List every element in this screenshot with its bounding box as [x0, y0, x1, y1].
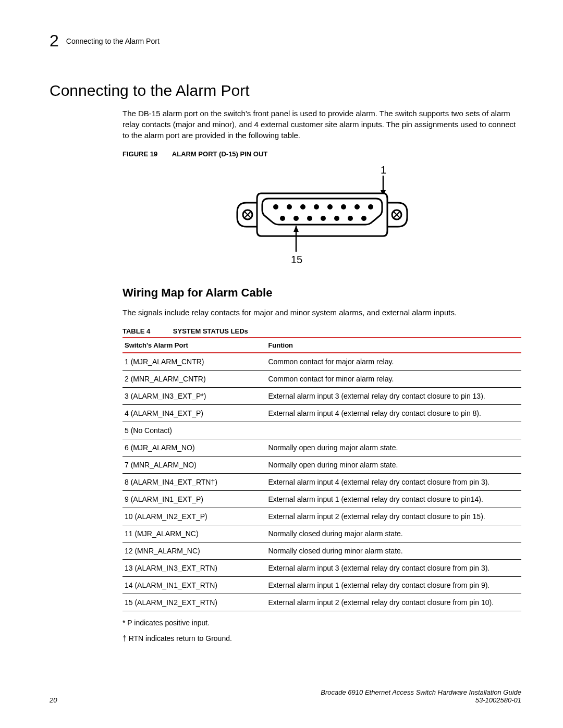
svg-point-6: [300, 204, 305, 209]
figure-db15: 1: [123, 164, 521, 268]
table-row: 9 (ALARM_IN1_EXT_P)External alarm input …: [123, 491, 521, 508]
figure-caption: FIGURE 19 ALARM PORT (D-15) PIN OUT: [123, 150, 521, 158]
figure-label: FIGURE 19: [123, 150, 157, 158]
figure-title: ALARM PORT (D-15) PIN OUT: [172, 150, 267, 158]
table-row: 11 (MJR_ALARM_NC)Normally closed during …: [123, 525, 521, 542]
table-row: 13 (ALARM_IN3_EXT_RTN)External alarm inp…: [123, 560, 521, 577]
page-number: 20: [50, 696, 57, 704]
cell-port: 6 (MJR_ALARM_NO): [123, 439, 266, 456]
cell-function: Normally closed during minor alarm state…: [266, 542, 521, 560]
table-row: 8 (ALARM_IN4_EXT_RTN†)External alarm inp…: [123, 474, 521, 491]
table-row: 3 (ALARM_IN3_EXT_P*)External alarm input…: [123, 388, 521, 405]
cell-function: External alarm input 1 (external relay d…: [266, 577, 521, 594]
svg-point-18: [361, 216, 366, 221]
doc-id: 53-1002580-01: [321, 696, 521, 704]
pin-table: Switch's Alarm Port Funtion 1 (MJR_ALARM…: [123, 337, 521, 611]
svg-point-10: [354, 204, 360, 209]
footnote-p: * P indicates positive input.: [123, 619, 521, 627]
cell-function: Common contact for minor alarm relay.: [266, 371, 521, 388]
svg-point-16: [334, 216, 339, 221]
col-header-port: Switch's Alarm Port: [123, 338, 266, 353]
page-header: 2 Connecting to the Alarm Port: [50, 31, 521, 51]
cell-function: Common contact for major alarm relay.: [266, 353, 521, 371]
table-row: 4 (ALARM_IN4_EXT_P)External alarm input …: [123, 405, 521, 422]
running-head: Connecting to the Alarm Port: [66, 37, 160, 45]
cell-function: External alarm input 1 (external relay d…: [266, 491, 521, 508]
svg-point-12: [280, 216, 285, 221]
svg-point-14: [307, 216, 312, 221]
table-row: 12 (MNR_ALARM_NC)Normally closed during …: [123, 542, 521, 560]
cell-port: 14 (ALARM_IN1_EXT_RTN): [123, 577, 266, 594]
cell-function: Normally open during major alarm state.: [266, 439, 521, 456]
cell-function: External alarm input 2 (external relay d…: [266, 508, 521, 525]
cell-port: 12 (MNR_ALARM_NC): [123, 542, 266, 560]
table-label: TABLE 4: [123, 327, 150, 335]
chapter-number: 2: [50, 31, 59, 51]
table-caption: TABLE 4 SYSTEM STATUS LEDs: [123, 327, 521, 335]
table-title: SYSTEM STATUS LEDs: [173, 327, 248, 335]
cell-function: External alarm input 3 (external relay d…: [266, 560, 521, 577]
subsection-title: Wiring Map for Alarm Cable: [123, 286, 521, 300]
doc-title: Brocade 6910 Ethernet Access Switch Hard…: [321, 688, 521, 696]
table-row: 7 (MNR_ALARM_NO)Normally open during min…: [123, 456, 521, 474]
col-header-function: Funtion: [266, 338, 521, 353]
cell-function: External alarm input 4 (external relay d…: [266, 405, 521, 422]
svg-point-5: [287, 204, 292, 209]
svg-point-7: [314, 204, 319, 209]
table-row: 2 (MNR_ALARM_CNTR)Common contact for min…: [123, 371, 521, 388]
table-row: 1 (MJR_ALARM_CNTR)Common contact for maj…: [123, 353, 521, 371]
table-row: 5 (No Contact): [123, 422, 521, 439]
pin-1-label: 1: [381, 164, 386, 176]
table-row: 10 (ALARM_IN2_EXT_P)External alarm input…: [123, 508, 521, 525]
svg-point-15: [321, 216, 326, 221]
cell-port: 2 (MNR_ALARM_CNTR): [123, 371, 266, 388]
cell-port: 4 (ALARM_IN4_EXT_P): [123, 405, 266, 422]
cell-port: 7 (MNR_ALARM_NO): [123, 456, 266, 474]
section-title: Connecting to the Alarm Port: [50, 82, 521, 100]
page-footer: 20 Brocade 6910 Ethernet Access Switch H…: [50, 688, 521, 704]
svg-point-9: [341, 204, 346, 209]
svg-point-4: [273, 204, 278, 209]
cell-port: 8 (ALARM_IN4_EXT_RTN†): [123, 474, 266, 491]
pin-15-label: 15: [291, 254, 302, 265]
cell-port: 13 (ALARM_IN3_EXT_RTN): [123, 560, 266, 577]
cell-port: 5 (No Contact): [123, 422, 266, 439]
cell-function: [266, 422, 521, 439]
cell-port: 10 (ALARM_IN2_EXT_P): [123, 508, 266, 525]
cell-port: 1 (MJR_ALARM_CNTR): [123, 353, 266, 371]
table-footnotes: * P indicates positive input. † RTN indi…: [123, 619, 521, 643]
cell-port: 15 (ALARM_IN2_EXT_RTN): [123, 594, 266, 611]
cell-function: External alarm input 2 (external relay d…: [266, 594, 521, 611]
cell-port: 9 (ALARM_IN1_EXT_P): [123, 491, 266, 508]
cell-function: External alarm input 4 (external relay d…: [266, 474, 521, 491]
cell-function: Normally closed during major alarm state…: [266, 525, 521, 542]
cell-port: 11 (MJR_ALARM_NC): [123, 525, 266, 542]
svg-point-13: [293, 216, 299, 221]
section-intro: The DB-15 alarm port on the switch's fro…: [123, 108, 521, 141]
cell-port: 3 (ALARM_IN3_EXT_P*): [123, 388, 266, 405]
cell-function: Normally open during minor alarm state.: [266, 456, 521, 474]
footnote-rtn: † RTN indicates return to Ground.: [123, 634, 521, 643]
svg-point-11: [368, 204, 373, 209]
svg-point-17: [348, 216, 353, 221]
db15-connector-icon: 1: [226, 164, 419, 268]
table-row: 14 (ALARM_IN1_EXT_RTN)External alarm inp…: [123, 577, 521, 594]
svg-point-8: [327, 204, 333, 209]
cell-function: External alarm input 3 (external relay d…: [266, 388, 521, 405]
table-row: 6 (MJR_ALARM_NO)Normally open during maj…: [123, 439, 521, 456]
subsection-intro: The signals include relay contacts for m…: [123, 307, 521, 318]
table-row: 15 (ALARM_IN2_EXT_RTN)External alarm inp…: [123, 594, 521, 611]
